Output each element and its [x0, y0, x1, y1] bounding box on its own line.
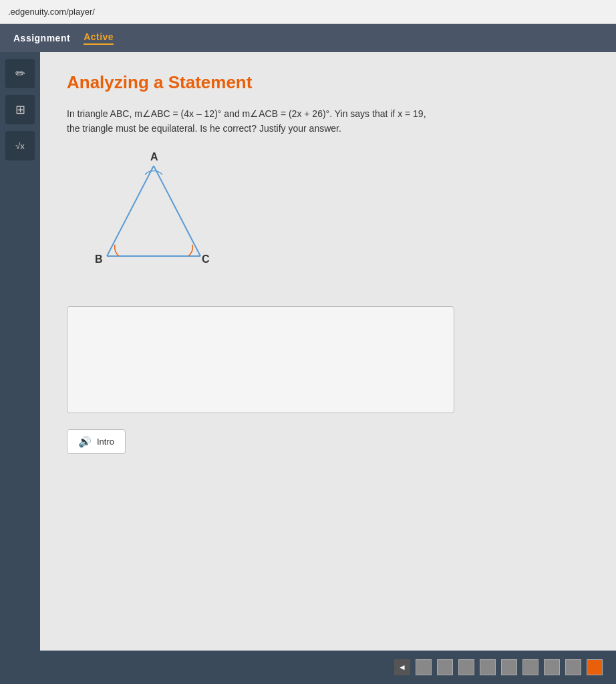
speaker-icon: 🔊: [78, 435, 92, 448]
active-tab[interactable]: Active: [84, 31, 114, 45]
content-area: Analyzing a Statement In triangle ABC, m…: [40, 52, 616, 651]
nav-square-9[interactable]: [587, 659, 603, 675]
main-layout: ✏ ⊞ √x Analyzing a Statement In triangle…: [0, 52, 616, 651]
problem-text: In triangle ABC, m∠ABC = (4x – 12)° and …: [67, 106, 441, 136]
answer-input[interactable]: [67, 306, 454, 413]
svg-text:B: B: [95, 253, 103, 265]
nav-square-1[interactable]: [416, 659, 432, 675]
svg-line-1: [154, 166, 200, 256]
nav-square-3[interactable]: [458, 659, 474, 675]
url-text: .edgenuity.com/player/: [8, 7, 95, 17]
svg-text:C: C: [202, 253, 210, 265]
nav-square-8[interactable]: [565, 659, 581, 675]
bottom-nav-bar: ◄: [0, 651, 616, 684]
nav-square-5[interactable]: [501, 659, 517, 675]
calculator-icon[interactable]: ⊞: [5, 95, 35, 124]
triangle-diagram: A B C: [80, 152, 227, 286]
pencil-icon[interactable]: ✏: [5, 59, 35, 88]
header-bar: Assignment Active: [0, 24, 616, 52]
back-arrow[interactable]: ◄: [394, 659, 410, 675]
triangle-container: A B C: [67, 152, 589, 286]
intro-button-label: Intro: [97, 437, 114, 447]
address-bar: .edgenuity.com/player/: [0, 0, 616, 24]
nav-square-2[interactable]: [437, 659, 453, 675]
assignment-tab[interactable]: Assignment: [13, 33, 70, 43]
sidebar: ✏ ⊞ √x: [0, 52, 40, 651]
svg-line-0: [107, 166, 154, 256]
radical-icon[interactable]: √x: [5, 131, 35, 160]
svg-text:A: A: [150, 152, 158, 162]
nav-square-7[interactable]: [544, 659, 560, 675]
nav-square-4[interactable]: [480, 659, 496, 675]
page-title: Analyzing a Statement: [67, 72, 589, 93]
intro-button[interactable]: 🔊 Intro: [67, 429, 126, 454]
nav-square-6[interactable]: [522, 659, 538, 675]
